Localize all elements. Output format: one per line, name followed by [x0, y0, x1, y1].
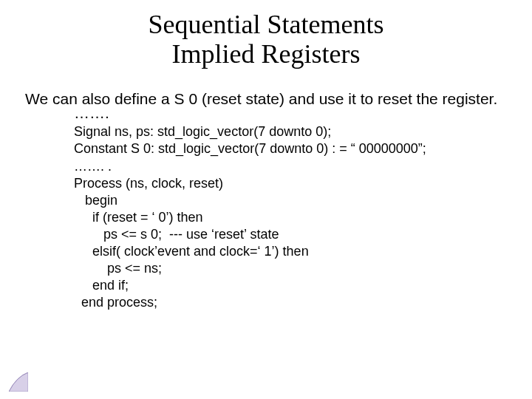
code-line: Constant S 0: std_logic_vector(7 downto …: [74, 141, 426, 156]
slide-title: Sequential Statements Implied Registers: [0, 0, 532, 69]
code-line: begin: [74, 193, 117, 208]
code-block: Signal ns, ps: std_logic_vector(7 downto…: [0, 122, 532, 310]
code-line: Process (ns, clock, reset): [74, 176, 223, 191]
code-line: elsif( clock’event and clock=‘ 1’) then: [74, 244, 309, 259]
code-line: if (reset = ‘ 0’) then: [74, 210, 203, 225]
code-line: end if;: [74, 278, 129, 293]
page-curl-icon: [9, 372, 28, 392]
code-line: ……. .: [74, 159, 112, 174]
code-line: ps <= s 0; --- use ‘reset’ state: [74, 227, 279, 242]
title-line-1: Sequential Statements: [149, 10, 384, 39]
code-line: Signal ns, ps: std_logic_vector(7 downto…: [74, 124, 331, 139]
title-line-2: Implied Registers: [172, 39, 361, 69]
code-line: ps <= ns;: [74, 261, 162, 276]
slide: Sequential Statements Implied Registers …: [0, 0, 532, 399]
code-line: end process;: [74, 295, 157, 310]
intro-text: We can also define a S 0 (reset state) a…: [0, 69, 532, 109]
